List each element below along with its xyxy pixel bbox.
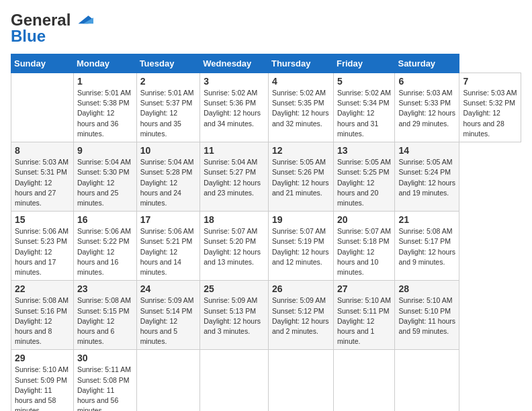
day-info: Sunrise: 5:06 AMSunset: 5:21 PMDaylight:… (140, 227, 194, 276)
day-number: 28 (398, 283, 455, 294)
calendar-cell (395, 350, 459, 411)
weekday-header: Monday (73, 54, 136, 73)
day-info: Sunrise: 5:03 AMSunset: 5:31 PMDaylight:… (15, 158, 69, 207)
day-info: Sunrise: 5:08 AMSunset: 5:15 PMDaylight:… (77, 296, 131, 345)
day-info: Sunrise: 5:05 AMSunset: 5:25 PMDaylight:… (337, 158, 391, 207)
calendar-cell: 13 Sunrise: 5:05 AMSunset: 5:25 PMDaylig… (333, 142, 394, 212)
day-info: Sunrise: 5:02 AMSunset: 5:36 PMDaylight:… (204, 89, 261, 128)
day-info: Sunrise: 5:01 AMSunset: 5:37 PMDaylight:… (140, 89, 194, 138)
day-info: Sunrise: 5:01 AMSunset: 5:38 PMDaylight:… (77, 89, 131, 138)
calendar-cell: 3 Sunrise: 5:02 AMSunset: 5:36 PMDayligh… (200, 73, 269, 142)
day-number: 6 (398, 76, 455, 87)
day-number: 5 (337, 76, 391, 87)
day-number: 11 (204, 145, 265, 156)
day-info: Sunrise: 5:07 AMSunset: 5:20 PMDaylight:… (204, 227, 261, 266)
day-number: 18 (204, 214, 265, 225)
day-info: Sunrise: 5:04 AMSunset: 5:30 PMDaylight:… (77, 158, 131, 207)
day-number: 2 (140, 76, 197, 87)
calendar-cell: 28 Sunrise: 5:10 AMSunset: 5:10 PMDaylig… (395, 281, 459, 350)
weekday-header: Saturday (395, 54, 459, 73)
calendar-cell: 11 Sunrise: 5:04 AMSunset: 5:27 PMDaylig… (200, 142, 269, 212)
day-number: 26 (272, 283, 330, 294)
calendar-cell: 12 Sunrise: 5:05 AMSunset: 5:26 PMDaylig… (268, 142, 333, 212)
day-number: 9 (77, 145, 133, 156)
day-info: Sunrise: 5:08 AMSunset: 5:16 PMDaylight:… (15, 296, 69, 345)
calendar-cell: 7 Sunrise: 5:03 AMSunset: 5:32 PMDayligh… (459, 73, 521, 142)
day-number: 8 (15, 145, 70, 156)
day-number: 1 (77, 76, 133, 87)
calendar-cell: 27 Sunrise: 5:10 AMSunset: 5:11 PMDaylig… (333, 281, 394, 350)
calendar-cell (11, 73, 74, 142)
weekday-header: Tuesday (136, 54, 200, 73)
day-number: 14 (398, 145, 455, 156)
day-info: Sunrise: 5:09 AMSunset: 5:14 PMDaylight:… (140, 296, 194, 345)
calendar-cell: 23 Sunrise: 5:08 AMSunset: 5:15 PMDaylig… (73, 281, 136, 350)
day-number: 29 (15, 353, 70, 363)
day-number: 25 (204, 283, 265, 294)
calendar-cell (268, 350, 333, 411)
day-info: Sunrise: 5:03 AMSunset: 5:32 PMDaylight:… (463, 89, 517, 138)
day-info: Sunrise: 5:04 AMSunset: 5:28 PMDaylight:… (140, 158, 194, 207)
day-number: 21 (398, 214, 455, 225)
day-number: 24 (140, 283, 197, 294)
calendar-cell: 14 Sunrise: 5:05 AMSunset: 5:24 PMDaylig… (395, 142, 459, 212)
day-number: 16 (77, 214, 133, 225)
day-number: 15 (15, 214, 70, 225)
calendar-cell: 6 Sunrise: 5:03 AMSunset: 5:33 PMDayligh… (395, 73, 459, 142)
day-info: Sunrise: 5:10 AMSunset: 5:10 PMDaylight:… (398, 296, 455, 335)
day-info: Sunrise: 5:10 AMSunset: 5:11 PMDaylight:… (337, 296, 391, 345)
calendar-cell: 20 Sunrise: 5:07 AMSunset: 5:18 PMDaylig… (333, 212, 394, 281)
calendar-table: SundayMondayTuesdayWednesdayThursdayFrid… (11, 54, 521, 411)
day-info: Sunrise: 5:07 AMSunset: 5:18 PMDaylight:… (337, 227, 391, 276)
weekday-header: Sunday (11, 54, 74, 73)
day-info: Sunrise: 5:02 AMSunset: 5:35 PMDaylight:… (272, 89, 329, 128)
day-number: 27 (337, 283, 391, 294)
calendar-cell: 22 Sunrise: 5:08 AMSunset: 5:16 PMDaylig… (11, 281, 74, 350)
calendar-cell: 30 Sunrise: 5:11 AMSunset: 5:08 PMDaylig… (73, 350, 136, 411)
day-number: 20 (337, 214, 391, 225)
calendar-cell: 2 Sunrise: 5:01 AMSunset: 5:37 PMDayligh… (136, 73, 200, 142)
day-number: 7 (463, 76, 517, 87)
calendar-cell: 18 Sunrise: 5:07 AMSunset: 5:20 PMDaylig… (200, 212, 269, 281)
day-info: Sunrise: 5:03 AMSunset: 5:33 PMDaylight:… (398, 89, 455, 128)
day-number: 10 (140, 145, 197, 156)
day-info: Sunrise: 5:06 AMSunset: 5:23 PMDaylight:… (15, 227, 69, 276)
calendar-cell: 8 Sunrise: 5:03 AMSunset: 5:31 PMDayligh… (11, 142, 74, 212)
day-info: Sunrise: 5:11 AMSunset: 5:08 PMDaylight:… (77, 365, 131, 411)
day-number: 17 (140, 214, 197, 225)
day-info: Sunrise: 5:06 AMSunset: 5:22 PMDaylight:… (77, 227, 131, 276)
day-info: Sunrise: 5:09 AMSunset: 5:13 PMDaylight:… (204, 296, 261, 335)
day-number: 30 (77, 353, 133, 363)
calendar-cell (200, 350, 269, 411)
day-info: Sunrise: 5:07 AMSunset: 5:19 PMDaylight:… (272, 227, 329, 266)
day-number: 12 (272, 145, 330, 156)
day-number: 13 (337, 145, 391, 156)
calendar-cell: 10 Sunrise: 5:04 AMSunset: 5:28 PMDaylig… (136, 142, 200, 212)
day-info: Sunrise: 5:02 AMSunset: 5:34 PMDaylight:… (337, 89, 391, 138)
day-number: 19 (272, 214, 330, 225)
day-number: 22 (15, 283, 70, 294)
day-number: 3 (204, 76, 265, 87)
logo: General Blue (11, 11, 93, 46)
calendar-cell: 29 Sunrise: 5:10 AMSunset: 5:09 PMDaylig… (11, 350, 74, 411)
calendar-cell: 17 Sunrise: 5:06 AMSunset: 5:21 PMDaylig… (136, 212, 200, 281)
calendar-cell: 19 Sunrise: 5:07 AMSunset: 5:19 PMDaylig… (268, 212, 333, 281)
calendar-cell: 16 Sunrise: 5:06 AMSunset: 5:22 PMDaylig… (73, 212, 136, 281)
logo-blue: Blue (11, 27, 46, 46)
calendar-cell: 25 Sunrise: 5:09 AMSunset: 5:13 PMDaylig… (200, 281, 269, 350)
calendar-cell (136, 350, 200, 411)
page-header: General Blue (11, 11, 521, 46)
weekday-header: Wednesday (200, 54, 269, 73)
day-info: Sunrise: 5:05 AMSunset: 5:26 PMDaylight:… (272, 158, 329, 197)
calendar-cell: 15 Sunrise: 5:06 AMSunset: 5:23 PMDaylig… (11, 212, 74, 281)
weekday-header: Friday (333, 54, 394, 73)
weekday-header: Thursday (268, 54, 333, 73)
day-number: 23 (77, 283, 133, 294)
day-info: Sunrise: 5:04 AMSunset: 5:27 PMDaylight:… (204, 158, 261, 197)
calendar-cell: 1 Sunrise: 5:01 AMSunset: 5:38 PMDayligh… (73, 73, 136, 142)
day-info: Sunrise: 5:08 AMSunset: 5:17 PMDaylight:… (398, 227, 455, 266)
calendar-cell: 26 Sunrise: 5:09 AMSunset: 5:12 PMDaylig… (268, 281, 333, 350)
calendar-cell: 9 Sunrise: 5:04 AMSunset: 5:30 PMDayligh… (73, 142, 136, 212)
calendar-cell: 4 Sunrise: 5:02 AMSunset: 5:35 PMDayligh… (268, 73, 333, 142)
day-info: Sunrise: 5:05 AMSunset: 5:24 PMDaylight:… (398, 158, 455, 197)
